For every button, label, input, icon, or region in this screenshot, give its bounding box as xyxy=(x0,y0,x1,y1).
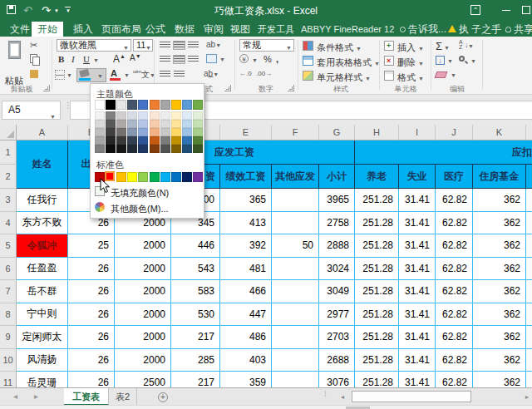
header-cell-i[interactable]: 失业 xyxy=(399,165,436,189)
cell-value[interactable] xyxy=(272,258,319,281)
fill-down-icon[interactable]: ↓ xyxy=(436,56,445,65)
tint-swatch[interactable] xyxy=(182,120,192,128)
theme-color-swatch[interactable] xyxy=(106,100,116,110)
autosum-button[interactable]: Σ ▼ xyxy=(436,40,450,52)
cell-value[interactable]: 3076 xyxy=(319,372,355,387)
cell-styles-icon[interactable] xyxy=(303,71,313,81)
header-band-deductions[interactable]: 应扣工资 xyxy=(355,140,532,165)
cell-name[interactable]: 定闲师太 xyxy=(17,326,68,349)
orientation-icon[interactable]: ab▼ xyxy=(206,40,221,49)
cell-value[interactable]: 251.28 xyxy=(355,189,399,212)
tint-swatch[interactable] xyxy=(150,128,160,136)
tint-swatch[interactable] xyxy=(95,120,105,128)
sheet-nav-prev-icon[interactable]: ◂ xyxy=(13,392,17,401)
ribbon-tab-7[interactable]: 审阅 xyxy=(204,22,224,37)
row-header-1[interactable]: 1 xyxy=(0,140,17,165)
tint-swatch[interactable] xyxy=(106,120,116,128)
cell-name[interactable]: 东方不败 xyxy=(17,212,68,235)
conditional-formatting-icon[interactable] xyxy=(303,41,313,51)
cell-value[interactable]: 251.28 xyxy=(355,349,399,372)
cell-value[interactable]: 392 xyxy=(220,234,272,258)
cell-value[interactable]: 481 xyxy=(220,258,272,281)
tint-swatch[interactable] xyxy=(160,145,170,153)
format-as-table-button[interactable]: 套用表格格式 ▼ xyxy=(317,57,380,69)
cell-value[interactable]: 2000 xyxy=(115,303,171,327)
fill-dropdown-icon[interactable]: ▼ xyxy=(447,58,453,64)
cell-name[interactable]: 任盈盈 xyxy=(17,258,68,281)
tint-swatch[interactable] xyxy=(138,145,148,153)
cell-value[interactable]: 26 xyxy=(68,303,115,327)
cell-value[interactable]: 2000 xyxy=(115,280,171,303)
comma-style-icon[interactable]: , xyxy=(276,54,278,64)
theme-color-swatch[interactable] xyxy=(127,100,137,110)
align-right-icon[interactable] xyxy=(188,56,199,63)
tint-swatch[interactable] xyxy=(116,120,126,128)
cell-value[interactable]: 285 xyxy=(171,349,220,372)
ribbon-tab-1[interactable]: 文件 xyxy=(10,22,30,37)
theme-color-swatch[interactable] xyxy=(160,100,170,110)
tint-swatch[interactable] xyxy=(106,145,116,153)
cell-value[interactable] xyxy=(272,349,319,372)
header-cell-g[interactable]: 小计 xyxy=(319,165,355,189)
tint-swatch[interactable] xyxy=(150,111,160,120)
cell-value[interactable]: 413 xyxy=(220,212,272,235)
bold-button[interactable]: B xyxy=(58,54,64,64)
cell-value[interactable]: 62.82 xyxy=(436,303,473,327)
theme-color-swatch[interactable] xyxy=(193,100,203,110)
cell-value[interactable]: 2888 xyxy=(319,234,355,258)
cell-value[interactable]: 543 xyxy=(171,258,220,281)
insert-cells-button[interactable]: 插入 ▼ xyxy=(397,42,424,54)
cell-value[interactable]: 486 xyxy=(220,326,272,349)
cell-value[interactable]: 362 xyxy=(473,234,526,258)
header-cell-name[interactable]: 姓名 xyxy=(17,140,68,189)
ribbon-tab-8[interactable]: 视图 xyxy=(230,22,250,37)
row-header-2[interactable]: 2 xyxy=(0,165,17,189)
tint-swatch[interactable] xyxy=(138,128,148,136)
header-cell-h[interactable]: 养老 xyxy=(355,165,399,189)
cell-name[interactable]: 岳不群 xyxy=(17,280,68,303)
minimize-icon[interactable] xyxy=(502,10,510,11)
cell-value[interactable]: 31.41 xyxy=(399,349,436,372)
tint-swatch[interactable] xyxy=(171,111,181,120)
header-cell-j[interactable]: 医疗 xyxy=(436,165,473,189)
tint-swatch[interactable] xyxy=(193,136,203,145)
cell-value[interactable]: 403 xyxy=(220,349,272,372)
tint-swatch[interactable] xyxy=(106,128,116,136)
ribbon-tab-2[interactable]: 开始 xyxy=(32,22,63,37)
standard-color-swatch[interactable] xyxy=(160,172,170,182)
more-colors-option[interactable]: 其他颜色(M)... xyxy=(111,203,169,215)
standard-color-swatch[interactable] xyxy=(150,172,160,182)
tint-swatch[interactable] xyxy=(116,128,126,136)
cell-value[interactable]: 365 xyxy=(220,189,272,212)
more-colors-icon[interactable] xyxy=(95,202,105,212)
theme-color-swatch[interactable] xyxy=(116,100,126,110)
tint-swatch[interactable] xyxy=(171,120,181,128)
header-cell-k[interactable]: 住房基金 xyxy=(473,165,526,189)
cell-value[interactable]: 2758 xyxy=(319,212,355,235)
tabbar-splitter[interactable]: ⁞ xyxy=(324,392,328,402)
paste-icon[interactable] xyxy=(7,41,23,62)
cell-value[interactable]: 2000 xyxy=(115,349,171,372)
increase-decimal-icon[interactable]: ←.0 xyxy=(239,70,252,77)
row-header-11[interactable]: 11 xyxy=(0,372,17,387)
ribbon-tab-12[interactable]: 执 子之手 xyxy=(448,22,501,37)
cell-value[interactable]: 26 xyxy=(68,326,115,349)
cell-value[interactable]: 217 xyxy=(171,326,220,349)
maximize-icon[interactable] xyxy=(522,6,530,14)
header-cell-l[interactable] xyxy=(526,165,532,189)
cell-value[interactable]: 3965 xyxy=(319,189,355,212)
percent-style-icon[interactable]: % xyxy=(264,54,272,64)
ribbon-tab-6[interactable]: 数据 xyxy=(175,22,195,37)
cell-value[interactable]: 26 xyxy=(68,280,115,303)
underline-dropdown-icon[interactable]: ▼ xyxy=(93,57,99,63)
column-header-H[interactable]: H xyxy=(355,125,399,140)
cell-value[interactable]: 2977 xyxy=(319,303,355,327)
cell-value[interactable]: 31.41 xyxy=(399,372,436,387)
cell-value[interactable]: 2500 xyxy=(115,372,171,387)
cell-name[interactable]: 岳灵珊 xyxy=(17,372,68,387)
tint-swatch[interactable] xyxy=(95,145,105,153)
cell-value[interactable]: 447 xyxy=(220,303,272,327)
cell-value[interactable] xyxy=(526,280,532,303)
number-format-combo[interactable]: 常规▼ xyxy=(239,39,294,52)
namebox-splitter[interactable]: ⋮ xyxy=(64,103,66,116)
